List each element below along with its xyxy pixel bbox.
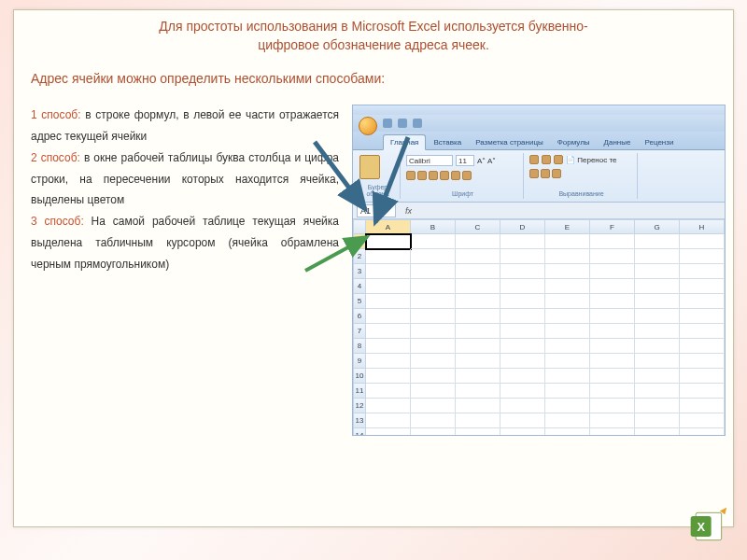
cell[interactable] (456, 234, 500, 249)
cell[interactable] (411, 249, 456, 264)
cell[interactable] (411, 309, 456, 324)
cell[interactable] (456, 279, 500, 294)
font-name-select[interactable]: Calibri (406, 155, 453, 166)
cell[interactable] (545, 279, 590, 294)
cell[interactable] (635, 413, 680, 428)
cell[interactable] (500, 339, 545, 354)
cell[interactable] (500, 264, 545, 279)
wrap-text-button[interactable]: 📄 Перенос те (566, 156, 616, 164)
cell[interactable] (500, 309, 545, 324)
row-header[interactable]: 11 (353, 384, 366, 399)
cell[interactable] (456, 309, 500, 324)
cell[interactable] (680, 428, 725, 436)
cell[interactable] (545, 369, 590, 384)
cell[interactable] (635, 279, 680, 294)
ribbon-tab-Главная[interactable]: Главная (383, 134, 426, 150)
bold-icon[interactable] (406, 171, 416, 180)
cell[interactable] (590, 249, 635, 264)
cell[interactable] (590, 369, 635, 384)
cell[interactable] (635, 309, 680, 324)
column-header[interactable]: A (366, 219, 411, 234)
cell[interactable] (545, 234, 590, 249)
cell[interactable] (500, 354, 545, 369)
column-header[interactable]: H (680, 219, 725, 234)
align-center-icon[interactable] (541, 169, 550, 178)
cell[interactable] (500, 294, 545, 309)
column-header[interactable]: C (456, 219, 500, 234)
cell[interactable] (545, 384, 590, 399)
cell[interactable] (500, 369, 545, 384)
cell[interactable] (590, 294, 635, 309)
redo-icon[interactable] (413, 119, 422, 128)
cell[interactable] (635, 384, 680, 399)
cell[interactable] (500, 399, 545, 413)
cell[interactable] (500, 279, 545, 294)
row-header[interactable]: 3 (353, 264, 366, 279)
cell[interactable] (366, 309, 411, 324)
cell[interactable] (545, 428, 590, 436)
column-header[interactable]: E (545, 219, 590, 234)
cell[interactable] (500, 428, 545, 436)
font-size-select[interactable]: 11 (456, 155, 474, 166)
cell[interactable] (680, 354, 725, 369)
fx-label[interactable]: fx (405, 206, 412, 216)
column-header[interactable]: B (411, 219, 456, 234)
ribbon-tab-Формулы[interactable]: Формулы (551, 135, 597, 149)
underline-icon[interactable] (429, 171, 438, 180)
cell[interactable] (366, 294, 411, 309)
undo-icon[interactable] (398, 119, 407, 128)
cell[interactable] (545, 413, 590, 428)
border-icon[interactable] (440, 171, 449, 180)
fill-color-icon[interactable] (451, 171, 460, 180)
name-box[interactable]: A1 (357, 204, 396, 217)
cell[interactable] (411, 279, 456, 294)
cell[interactable] (456, 264, 500, 279)
cell[interactable] (500, 324, 545, 339)
cell[interactable] (635, 264, 680, 279)
align-right-icon[interactable] (552, 169, 561, 178)
cell[interactable] (456, 413, 500, 428)
cell[interactable] (635, 369, 680, 384)
cell[interactable] (590, 234, 635, 249)
cell[interactable] (456, 428, 500, 436)
ribbon-tab-Данные[interactable]: Данные (598, 135, 638, 149)
row-header[interactable]: 13 (353, 413, 366, 428)
cell[interactable] (456, 369, 500, 384)
cell[interactable] (456, 399, 500, 413)
cell[interactable] (500, 384, 545, 399)
row-header[interactable]: 5 (353, 294, 366, 309)
cell[interactable] (590, 399, 635, 413)
cell[interactable] (545, 309, 590, 324)
cell[interactable] (635, 294, 680, 309)
row-header[interactable]: 14 (353, 428, 366, 436)
cell[interactable] (545, 249, 590, 264)
cell[interactable] (680, 294, 725, 309)
cell[interactable] (456, 339, 500, 354)
column-header[interactable]: D (500, 219, 545, 234)
cell[interactable] (680, 249, 725, 264)
cell[interactable] (500, 249, 545, 264)
cell[interactable] (411, 354, 456, 369)
align-mid-icon[interactable] (542, 155, 551, 164)
cell[interactable] (680, 264, 725, 279)
cell[interactable] (680, 399, 725, 413)
cell[interactable] (680, 324, 725, 339)
cell[interactable] (680, 413, 725, 428)
cell[interactable] (545, 399, 590, 413)
cell[interactable] (411, 369, 456, 384)
paste-icon[interactable] (359, 155, 380, 179)
cell[interactable] (366, 279, 411, 294)
row-header[interactable]: 12 (353, 399, 366, 413)
cell[interactable] (411, 294, 456, 309)
align-bot-icon[interactable] (554, 155, 563, 164)
row-header[interactable]: 9 (353, 354, 366, 369)
cell[interactable] (680, 339, 725, 354)
cell[interactable] (366, 399, 411, 413)
row-header[interactable]: 1 (353, 234, 366, 249)
cell[interactable] (545, 339, 590, 354)
cell[interactable] (635, 249, 680, 264)
cell[interactable] (411, 428, 456, 436)
align-top-icon[interactable] (529, 155, 539, 164)
row-header[interactable]: 7 (353, 324, 366, 339)
cell[interactable] (635, 428, 680, 436)
